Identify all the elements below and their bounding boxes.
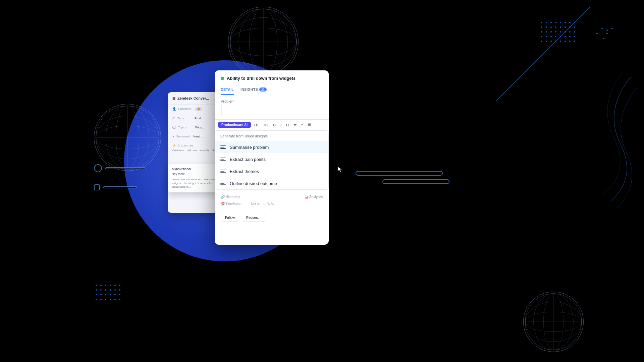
topics-icon: 💬 [172,126,176,129]
customer-icon: 👤 [172,107,176,111]
sphere-bottom-right [523,292,584,352]
request-button[interactable]: Request... [242,214,266,222]
panel-fields: 🔗 Hierarchy 📊 Analytics 📅 Timeframe Not … [215,190,329,211]
h1-button[interactable]: H1 [253,122,260,128]
field-label-hierarchy: 🔗 Hierarchy [221,195,248,199]
ai-icon: ⚡ [172,144,176,147]
underline-button[interactable]: U [285,122,290,128]
italic-button[interactable]: I [279,122,283,128]
problem-input[interactable]: | [221,105,323,115]
link-button[interactable]: ⇔ [292,122,298,128]
field-row-hierarchy: 🔗 Hierarchy 📊 Analytics [221,193,323,200]
extract-pain-points-item[interactable]: Extract pain points [215,153,328,165]
follow-button[interactable]: Follow [221,214,239,222]
panel-title: Ability to drill down from widgets [227,76,296,81]
panel-header: Ability to drill down from widgets DETAI… [215,70,329,95]
field-row-timeframe: 📅 Timeframe Not set → % % [221,200,323,207]
pill-slider-2 [94,184,137,190]
bold-button[interactable]: B [272,122,277,128]
ai-dropdown: Generate from linked insights Summarise … [215,130,329,190]
feature-panel: Ability to drill down from widgets DETAI… [215,70,329,245]
right-pill-1 [356,171,443,176]
problem-section: Problem | [215,95,329,119]
sentiment-icon: ♥ [172,135,174,138]
right-pill-2 [382,179,449,184]
tab-detail[interactable]: DETAIL [221,85,234,95]
problem-label: Problem [221,99,323,103]
zendesk-icon: ☰ [172,97,175,100]
list-button[interactable]: ≡ [300,122,305,128]
tab-insights[interactable]: INSIGHTS 21 [240,85,267,95]
pill-slider-1 [94,164,146,172]
insights-badge: 21 [259,87,267,92]
sphere-left [94,104,161,171]
dot-grid-bottom-left [94,283,122,302]
ai-dropdown-header: Generate from linked insights [215,131,328,141]
sphere-top-right [228,7,299,77]
summarise-icon [220,144,226,150]
status-dot [221,77,224,80]
ordered-list-button[interactable]: ⊞ [307,122,312,128]
outline-desired-outcome-item[interactable]: Outline desired outcome [215,177,328,189]
tag-icon: 🏷 [172,117,175,120]
ai-button[interactable]: Productboard AI [218,122,251,128]
panel-tabs: DETAIL INSIGHTS 21 [215,85,329,95]
editor-toolbar: Productboard AI H1 H2 B I U ⇔ ≡ ⊞ [215,119,329,130]
outcome-icon [220,181,226,186]
extract-themes-item[interactable]: Extract themes [215,165,328,177]
field-label-timeframe: 📅 Timeframe [221,202,248,206]
dot-grid-top-right [539,20,577,44]
summarise-problem-item[interactable]: Summarise problem [215,141,328,153]
themes-icon [220,169,226,174]
h2-button[interactable]: H2 [262,122,270,128]
field-value-timeframe: Not set → % % [251,202,274,206]
panel-footer: Follow Request... [215,211,329,224]
pain-points-icon [220,157,226,162]
